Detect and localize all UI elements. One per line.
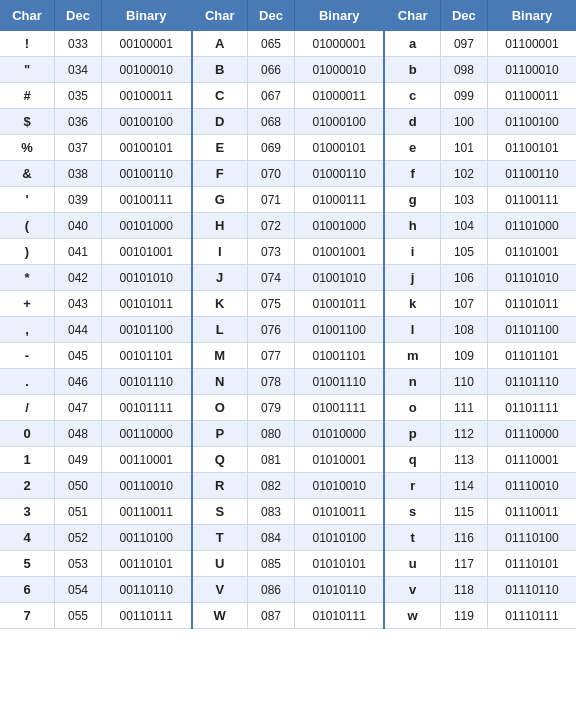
table-cell: 01101111 bbox=[487, 395, 576, 421]
column-header-binary-2: Binary bbox=[102, 0, 192, 31]
table-cell: 01001110 bbox=[294, 369, 384, 395]
table-cell: 079 bbox=[247, 395, 294, 421]
table-cell: $ bbox=[0, 109, 55, 135]
table-row: '03900100111G07101000111g10301100111 bbox=[0, 187, 576, 213]
table-cell: R bbox=[192, 473, 248, 499]
table-cell: Q bbox=[192, 447, 248, 473]
table-cell: 051 bbox=[55, 499, 102, 525]
table-cell: 00100010 bbox=[102, 57, 192, 83]
table-row: 705500110111W08701010111w11901110111 bbox=[0, 603, 576, 629]
table-cell: 102 bbox=[440, 161, 487, 187]
table-row: 004800110000P08001010000p11201110000 bbox=[0, 421, 576, 447]
table-cell: 00101001 bbox=[102, 239, 192, 265]
table-cell: 087 bbox=[247, 603, 294, 629]
table-cell: n bbox=[384, 369, 440, 395]
table-cell: 01000001 bbox=[294, 31, 384, 57]
table-cell: 116 bbox=[440, 525, 487, 551]
table-cell: 070 bbox=[247, 161, 294, 187]
table-cell: 01001100 bbox=[294, 317, 384, 343]
table-cell: 112 bbox=[440, 421, 487, 447]
table-cell: 01110110 bbox=[487, 577, 576, 603]
table-row: "03400100010B06601000010b09801100010 bbox=[0, 57, 576, 83]
table-cell: 01110100 bbox=[487, 525, 576, 551]
table-cell: 105 bbox=[440, 239, 487, 265]
table-cell: 01100010 bbox=[487, 57, 576, 83]
table-cell: h bbox=[384, 213, 440, 239]
table-cell: D bbox=[192, 109, 248, 135]
table-cell: 00110100 bbox=[102, 525, 192, 551]
table-cell: 01001001 bbox=[294, 239, 384, 265]
table-cell: 00110101 bbox=[102, 551, 192, 577]
table-cell: * bbox=[0, 265, 55, 291]
table-row: 104900110001Q08101010001q11301110001 bbox=[0, 447, 576, 473]
table-cell: 01101110 bbox=[487, 369, 576, 395]
table-cell: 107 bbox=[440, 291, 487, 317]
table-cell: 074 bbox=[247, 265, 294, 291]
table-cell: 01101100 bbox=[487, 317, 576, 343]
table-cell: 080 bbox=[247, 421, 294, 447]
table-cell: 00110001 bbox=[102, 447, 192, 473]
table-cell: 00101100 bbox=[102, 317, 192, 343]
table-cell: 01101001 bbox=[487, 239, 576, 265]
table-cell: 117 bbox=[440, 551, 487, 577]
table-cell: A bbox=[192, 31, 248, 57]
table-cell: K bbox=[192, 291, 248, 317]
table-cell: G bbox=[192, 187, 248, 213]
table-cell: 0 bbox=[0, 421, 55, 447]
table-cell: 01000010 bbox=[294, 57, 384, 83]
table-cell: 111 bbox=[440, 395, 487, 421]
table-cell: 01101000 bbox=[487, 213, 576, 239]
table-cell: 00101111 bbox=[102, 395, 192, 421]
table-row: +04300101011K07501001011k10701101011 bbox=[0, 291, 576, 317]
column-header-dec-1: Dec bbox=[55, 0, 102, 31]
table-cell: 042 bbox=[55, 265, 102, 291]
table-cell: 2 bbox=[0, 473, 55, 499]
table-cell: O bbox=[192, 395, 248, 421]
table-cell: 119 bbox=[440, 603, 487, 629]
table-cell: 104 bbox=[440, 213, 487, 239]
table-cell: 034 bbox=[55, 57, 102, 83]
table-row: #03500100011C06701000011c09901100011 bbox=[0, 83, 576, 109]
table-cell: V bbox=[192, 577, 248, 603]
table-cell: 01010111 bbox=[294, 603, 384, 629]
table-cell: 113 bbox=[440, 447, 487, 473]
table-cell: 01110101 bbox=[487, 551, 576, 577]
table-cell: + bbox=[0, 291, 55, 317]
table-cell: 01010100 bbox=[294, 525, 384, 551]
table-cell: c bbox=[384, 83, 440, 109]
table-cell: 01010110 bbox=[294, 577, 384, 603]
table-cell: g bbox=[384, 187, 440, 213]
table-cell: 081 bbox=[247, 447, 294, 473]
table-cell: L bbox=[192, 317, 248, 343]
table-cell: W bbox=[192, 603, 248, 629]
table-cell: 7 bbox=[0, 603, 55, 629]
table-cell: 050 bbox=[55, 473, 102, 499]
table-cell: 044 bbox=[55, 317, 102, 343]
column-header-char-0: Char bbox=[0, 0, 55, 31]
table-row: ,04400101100L07601001100l10801101100 bbox=[0, 317, 576, 343]
table-cell: ' bbox=[0, 187, 55, 213]
table-cell: 069 bbox=[247, 135, 294, 161]
table-cell: 077 bbox=[247, 343, 294, 369]
table-cell: 103 bbox=[440, 187, 487, 213]
table-cell: 01110011 bbox=[487, 499, 576, 525]
table-cell: 067 bbox=[247, 83, 294, 109]
table-row: .04600101110N07801001110n11001101110 bbox=[0, 369, 576, 395]
table-cell: 055 bbox=[55, 603, 102, 629]
table-cell: 054 bbox=[55, 577, 102, 603]
table-cell: 039 bbox=[55, 187, 102, 213]
table-row: (04000101000H07201001000h10401101000 bbox=[0, 213, 576, 239]
table-cell: 083 bbox=[247, 499, 294, 525]
table-cell: E bbox=[192, 135, 248, 161]
table-row: 205000110010R08201010010r11401110010 bbox=[0, 473, 576, 499]
table-cell: N bbox=[192, 369, 248, 395]
table-cell: 01100111 bbox=[487, 187, 576, 213]
table-cell: 00101101 bbox=[102, 343, 192, 369]
table-cell: 110 bbox=[440, 369, 487, 395]
table-cell: j bbox=[384, 265, 440, 291]
table-cell: 047 bbox=[55, 395, 102, 421]
table-row: 405200110100T08401010100t11601110100 bbox=[0, 525, 576, 551]
table-cell: 109 bbox=[440, 343, 487, 369]
table-row: *04200101010J07401001010j10601101010 bbox=[0, 265, 576, 291]
table-cell: 01000111 bbox=[294, 187, 384, 213]
